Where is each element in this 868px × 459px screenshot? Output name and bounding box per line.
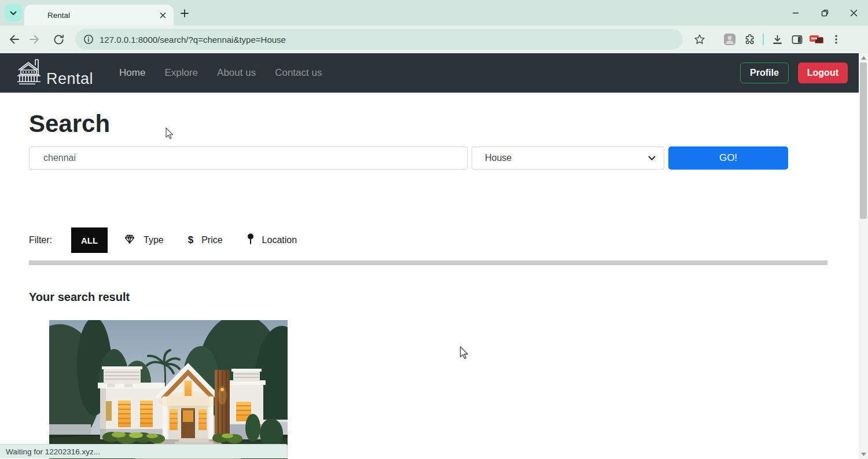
nav-link-home[interactable]: Home bbox=[119, 67, 145, 79]
filter-location-chip[interactable]: Location bbox=[247, 233, 297, 247]
toolbar-separator bbox=[763, 34, 764, 45]
minimize-button[interactable] bbox=[781, 0, 810, 25]
go-button[interactable]: GO! bbox=[668, 146, 788, 170]
new-tab-button[interactable] bbox=[176, 5, 193, 22]
status-text: Waiting for 12202316.xyz... bbox=[6, 447, 100, 456]
browser-toolbar: 127.0.0.1:8000/search/?q=chennai&type=Ho… bbox=[0, 25, 868, 53]
reload-button[interactable] bbox=[49, 30, 68, 49]
downloads-button[interactable] bbox=[767, 30, 787, 49]
nav-actions: Profile Logout bbox=[740, 63, 848, 83]
nav-link-contact[interactable]: Contact us bbox=[275, 67, 322, 79]
chevron-down-icon bbox=[10, 8, 17, 18]
extensions-button[interactable] bbox=[740, 30, 759, 49]
logout-button[interactable]: Logout bbox=[798, 63, 848, 83]
side-panel-icon bbox=[791, 34, 803, 46]
forward-icon bbox=[28, 33, 41, 46]
back-button[interactable] bbox=[5, 30, 24, 49]
tab-title: Rental bbox=[47, 11, 70, 20]
bookmark-button[interactable] bbox=[690, 30, 709, 49]
back-icon bbox=[8, 33, 21, 46]
profile-avatar-button[interactable] bbox=[720, 30, 740, 49]
nav-link-about[interactable]: About us bbox=[217, 67, 256, 79]
side-panel-button[interactable] bbox=[787, 30, 807, 49]
location-pin-icon bbox=[247, 233, 254, 247]
extensions-puzzle-icon bbox=[744, 34, 756, 46]
avatar-icon bbox=[723, 33, 736, 46]
filter-location-label: Location bbox=[262, 235, 297, 245]
browser-tab[interactable]: Rental bbox=[24, 5, 174, 25]
filter-price-chip[interactable]: $ Price bbox=[188, 234, 223, 246]
gem-icon bbox=[124, 233, 135, 247]
adblock-extension-button[interactable] bbox=[807, 30, 826, 49]
listing-image[interactable] bbox=[49, 320, 288, 459]
results-heading: Your search result bbox=[29, 291, 130, 304]
close-window-button[interactable] bbox=[839, 0, 868, 25]
download-icon bbox=[771, 34, 784, 46]
type-select-value: House bbox=[485, 153, 512, 163]
site-navbar: Rental Home Explore About us Contact us … bbox=[0, 53, 868, 93]
forward-button[interactable] bbox=[24, 30, 44, 49]
url-text[interactable]: 127.0.0.1:8000/search/?q=chennai&type=Ho… bbox=[100, 35, 286, 45]
house-photo-illustration bbox=[49, 320, 288, 459]
page-viewport: Rental Home Explore About us Contact us … bbox=[0, 53, 868, 459]
chevron-down-icon bbox=[648, 153, 656, 163]
address-bar[interactable]: 127.0.0.1:8000/search/?q=chennai&type=Ho… bbox=[75, 29, 683, 50]
filter-all-button[interactable]: ALL bbox=[71, 227, 108, 253]
scroll-up-arrow[interactable] bbox=[859, 54, 868, 62]
window-controls bbox=[781, 0, 868, 25]
status-bar: Waiting for 12202316.xyz... bbox=[0, 444, 288, 458]
three-dot-menu-icon bbox=[831, 34, 841, 45]
tab-close-icon[interactable] bbox=[157, 10, 168, 20]
nav-link-explore[interactable]: Explore bbox=[164, 67, 198, 79]
nav-links: Home Explore About us Contact us bbox=[119, 67, 322, 79]
scroll-down-arrow[interactable] bbox=[859, 450, 868, 458]
search-input[interactable] bbox=[29, 146, 468, 170]
mouse-cursor bbox=[458, 346, 469, 362]
reload-icon bbox=[53, 34, 65, 46]
vertical-scrollbar[interactable] bbox=[859, 53, 868, 459]
maximize-button[interactable] bbox=[810, 0, 839, 25]
brand-name[interactable]: Rental bbox=[46, 71, 93, 88]
filter-label: Filter: bbox=[29, 235, 52, 245]
scrollbar-thumb[interactable] bbox=[860, 63, 867, 219]
type-select[interactable]: House bbox=[472, 146, 664, 170]
filter-row: Filter: ALL Type $ Price Location bbox=[29, 227, 321, 253]
extension-badge-icon bbox=[810, 35, 823, 44]
filter-horizontal-scrollbar[interactable] bbox=[29, 260, 827, 265]
site-info-icon[interactable] bbox=[83, 34, 94, 45]
filter-type-chip[interactable]: Type bbox=[124, 233, 164, 247]
filter-price-label: Price bbox=[201, 235, 222, 245]
star-icon bbox=[694, 34, 705, 45]
browser-tabstrip: Rental bbox=[0, 0, 868, 25]
mouse-cursor-secondary bbox=[164, 127, 174, 142]
browser-menu-button[interactable] bbox=[826, 30, 846, 49]
filter-type-label: Type bbox=[144, 235, 164, 245]
page-title: Search bbox=[29, 110, 110, 138]
brand[interactable]: Rental bbox=[14, 58, 93, 88]
rental-logo-house-icon bbox=[14, 58, 43, 88]
dollar-icon: $ bbox=[188, 234, 193, 246]
profile-button[interactable]: Profile bbox=[740, 63, 789, 83]
tab-search-button[interactable] bbox=[5, 4, 22, 21]
